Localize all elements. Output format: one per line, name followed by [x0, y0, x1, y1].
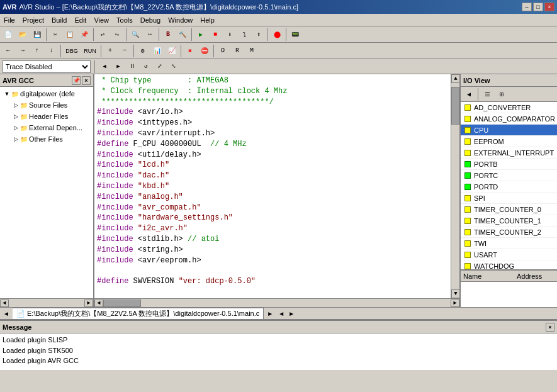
hscroll-left-btn[interactable]: ◄	[0, 300, 9, 307]
io-item-timer1[interactable]: TIMER_COUNTER_1	[461, 215, 557, 227]
copy-button[interactable]: 📋	[63, 28, 77, 42]
io-item-analog-comparator[interactable]: ANALOG_COMPARATOR	[461, 113, 557, 125]
cut-button[interactable]: ✂	[48, 28, 62, 42]
io-item-twi[interactable]: TWI	[461, 238, 557, 249]
build-button[interactable]: B	[161, 28, 175, 42]
code-vscrollbar[interactable]: ▲ ▼	[451, 74, 459, 298]
close-button[interactable]: ×	[544, 3, 554, 11]
tree-header-expander[interactable]: ▷	[11, 112, 20, 121]
tree-other-expander[interactable]: ▷	[11, 135, 20, 143]
tb2-stop-red2[interactable]: ⛔	[198, 44, 211, 58]
find-button[interactable]: 🔍	[128, 28, 142, 42]
code-hscrollbar[interactable]: ◄ ►	[94, 298, 459, 307]
trace-btn2[interactable]: ▶	[113, 61, 124, 72]
hscroll-code-right[interactable]: ►	[451, 300, 459, 307]
trace-btn1[interactable]: ◀	[99, 61, 110, 72]
save-button[interactable]: 💾	[30, 28, 44, 42]
redo-button[interactable]: ↪	[110, 28, 124, 42]
io-item-ad-converter[interactable]: AD_CONVERTER	[461, 102, 557, 113]
message-close-btn[interactable]: ×	[546, 323, 554, 332]
debug-run[interactable]: ▶	[194, 28, 208, 42]
menu-tools[interactable]: Tools	[113, 14, 137, 26]
trace-select[interactable]: Trace Disabled	[3, 60, 91, 73]
tree-other-files[interactable]: ▷ 📁 Other Files	[1, 133, 92, 145]
tb2-zoom-out[interactable]: −	[118, 44, 132, 58]
vscroll-up-btn[interactable]: ▲	[451, 74, 459, 83]
io-item-portc[interactable]: PORTC	[461, 170, 557, 181]
menu-build[interactable]: Build	[48, 14, 70, 26]
tb2-btn3[interactable]: ↑	[30, 44, 44, 58]
tree-external-deps[interactable]: ▷ 📁 External Depen...	[1, 122, 92, 133]
trace-btn5[interactable]: ⤢	[154, 61, 166, 72]
tb2-zoom-in[interactable]: +	[103, 44, 117, 58]
tree-source-files[interactable]: ▷ 📁 Source Files	[1, 99, 92, 111]
tree-source-expander[interactable]: ▷	[11, 101, 20, 109]
tb2-reg[interactable]: R	[230, 44, 244, 58]
paste-button[interactable]: 📌	[77, 28, 91, 42]
chip-select[interactable]: 📟	[288, 28, 302, 42]
tb2-btn4[interactable]: ↓	[45, 44, 59, 58]
tree-root-expander[interactable]: ▼	[3, 89, 11, 98]
open-button[interactable]: 📂	[16, 28, 30, 42]
new-button[interactable]: 📄	[1, 28, 15, 42]
menu-view[interactable]: View	[90, 14, 113, 26]
file-tab-main[interactable]: 📄 E:\Backup\我的文档\【M8_22V2.5A 数控电源】\digit…	[13, 308, 264, 319]
io-item-ext-int[interactable]: EXTERNAL_INTERRUPT	[461, 147, 557, 159]
file-tab-extra2[interactable]: ►	[286, 308, 296, 318]
breakpoint-button[interactable]: ⬤	[270, 28, 284, 42]
vscroll-down-btn[interactable]: ▼	[451, 289, 459, 298]
trace-btn4[interactable]: ↺	[140, 61, 152, 72]
io-btn-back[interactable]: ◀	[462, 87, 476, 101]
debug-stop[interactable]: ■	[208, 28, 222, 42]
menu-debug[interactable]: Debug	[137, 14, 164, 26]
file-tab-nav-left[interactable]: ◄	[1, 308, 11, 318]
menu-file[interactable]: File	[0, 14, 19, 26]
io-item-timer0[interactable]: TIMER_COUNTER_0	[461, 204, 557, 215]
io-item-cpu[interactable]: CPU	[461, 125, 557, 136]
rebuild-button[interactable]: 🔨	[176, 28, 189, 42]
tb2-io[interactable]: Ω	[216, 44, 230, 58]
panel-close-btn[interactable]: ×	[82, 76, 91, 85]
menu-project[interactable]: Project	[19, 14, 48, 26]
tb2-text2[interactable]: RUN	[81, 44, 99, 58]
io-item-eeprom[interactable]: EEPROM	[461, 136, 557, 147]
file-tab-extra1[interactable]: ◄	[276, 308, 286, 318]
debug-step-in[interactable]: ⬇	[223, 28, 237, 42]
io-item-portd[interactable]: PORTD	[461, 181, 557, 193]
tree-root[interactable]: ▼ 📁 digitalpower (defe	[1, 88, 92, 99]
code-content[interactable]: * Chip type : ATMEGA8 * Clock frequency …	[94, 74, 451, 298]
io-item-timer2[interactable]: TIMER_COUNTER_2	[461, 227, 557, 238]
replace-button[interactable]: ↔	[143, 28, 157, 42]
io-item-watchdog[interactable]: WATCHDOG	[461, 260, 557, 269]
panel-pin-btn[interactable]: 📌	[72, 76, 81, 85]
tree-header-files[interactable]: ▷ 📁 Header Files	[1, 111, 92, 122]
debug-step-over[interactable]: ⤵	[237, 28, 251, 42]
minimize-button[interactable]: –	[522, 3, 532, 11]
menu-help[interactable]: Help	[196, 14, 218, 26]
hscroll-right-btn[interactable]: ►	[84, 300, 93, 307]
file-tab-nav-right[interactable]: ►	[265, 308, 275, 318]
tb2-btn7[interactable]: 📈	[165, 44, 179, 58]
io-btn-grid[interactable]: ⊞	[495, 87, 509, 101]
tb2-btn5[interactable]: ⚙	[136, 44, 150, 58]
vscroll-thumb[interactable]	[451, 87, 459, 125]
tb2-mem[interactable]: M	[245, 44, 259, 58]
debug-step-out[interactable]: ⬆	[252, 28, 266, 42]
menu-window[interactable]: Window	[164, 14, 196, 26]
left-panel-hscroll[interactable]: ◄ ►	[0, 298, 93, 307]
tb2-btn2[interactable]: →	[16, 44, 30, 58]
menu-edit[interactable]: Edit	[70, 14, 90, 26]
io-btn-list[interactable]: ☰	[480, 87, 494, 101]
tb2-btn6[interactable]: 📊	[150, 44, 164, 58]
tb2-stop-red[interactable]: ✖	[183, 44, 197, 58]
hscroll-code-thumb[interactable]	[103, 300, 141, 307]
tb2-btn1[interactable]: ←	[1, 44, 15, 58]
trace-btn6[interactable]: ⤡	[168, 61, 179, 72]
io-item-spi[interactable]: SPI	[461, 193, 557, 204]
maximize-button[interactable]: □	[533, 3, 543, 11]
trace-btn3[interactable]: ⏸	[127, 61, 138, 72]
io-item-portb[interactable]: PORTB	[461, 159, 557, 170]
tree-external-expander[interactable]: ▷	[11, 123, 20, 132]
io-item-usart[interactable]: USART	[461, 249, 557, 260]
hscroll-code-left[interactable]: ◄	[94, 300, 103, 307]
